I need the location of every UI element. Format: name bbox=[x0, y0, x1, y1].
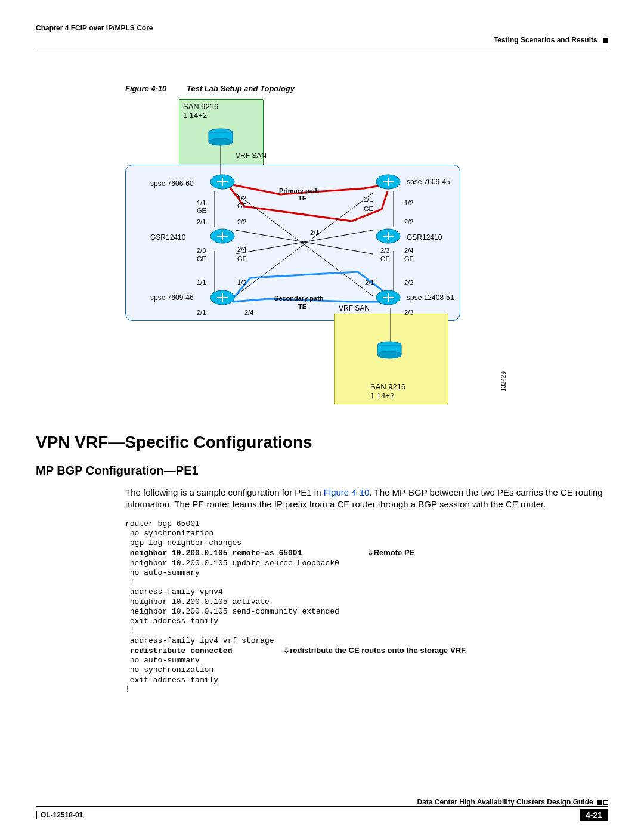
node-label: spse 7606-60 bbox=[150, 179, 194, 188]
port-label: 2/2 bbox=[404, 218, 413, 225]
san-disk-icon bbox=[376, 340, 403, 360]
figure-title: Test Lab Setup and Topology bbox=[187, 84, 295, 93]
router-icon bbox=[209, 173, 236, 191]
footer-marker-icon bbox=[597, 800, 602, 805]
router-icon bbox=[209, 227, 236, 245]
port-label: 1/1 bbox=[197, 279, 206, 286]
port-label: 2/4 bbox=[404, 247, 413, 254]
router-icon bbox=[374, 173, 402, 191]
san-top-label: SAN 9216 1 14+2 bbox=[183, 102, 218, 120]
te-label: TE bbox=[298, 303, 306, 310]
secondary-path-label: Secondary path bbox=[274, 295, 324, 302]
node-label: spse 12408-51 bbox=[407, 293, 454, 302]
port-label: 2/4 bbox=[244, 309, 253, 316]
ge-label: GE bbox=[380, 255, 390, 262]
router-icon bbox=[374, 289, 402, 306]
figure-link[interactable]: Figure 4-10 bbox=[324, 487, 370, 497]
port-label: 2/2 bbox=[237, 218, 246, 225]
ge-label: GE bbox=[237, 202, 247, 209]
page-footer: Data Center High Availability Clusters D… bbox=[36, 798, 608, 821]
port-label: 2/4 bbox=[237, 246, 246, 253]
ge-label: GE bbox=[197, 255, 206, 262]
san-disk-icon bbox=[207, 128, 234, 147]
node-label: GSR12410 bbox=[150, 233, 185, 241]
port-label: 1/1 bbox=[364, 196, 373, 203]
te-label: TE bbox=[298, 194, 306, 202]
ge-label: GE bbox=[364, 205, 373, 212]
san-bottom-label: SAN 9216 1 14+2 bbox=[370, 382, 405, 400]
port-label: 2/1 bbox=[197, 309, 206, 316]
doc-id: OL-12518-01 bbox=[36, 811, 83, 819]
image-id-label: 132429 bbox=[500, 371, 507, 391]
node-label: spse 7609-46 bbox=[150, 293, 194, 302]
chapter-title: Chapter 4 FCIP over IP/MPLS Core bbox=[36, 24, 153, 32]
figure-caption: Figure 4-10 Test Lab Setup and Topology bbox=[125, 84, 608, 93]
port-label: 1/2 bbox=[237, 194, 246, 202]
port-label: 2/1 bbox=[197, 218, 206, 225]
vrf-san-top-label: VRF SAN bbox=[236, 151, 267, 160]
port-label: 1/2 bbox=[404, 199, 413, 206]
router-icon bbox=[209, 289, 236, 306]
port-label: 2/2 bbox=[404, 279, 413, 286]
subsection-heading: MP BGP Configuration—PE1 bbox=[36, 464, 608, 478]
port-label: 2/1 bbox=[365, 279, 374, 286]
config-block: router bgp 65001 no synchronization bgp … bbox=[125, 519, 608, 695]
port-label: 2/3 bbox=[197, 247, 206, 254]
port-label: 1/1 bbox=[197, 199, 206, 206]
port-label: 2/3 bbox=[380, 247, 389, 254]
guide-title: Data Center High Availability Clusters D… bbox=[417, 798, 593, 806]
ge-label: GE bbox=[404, 255, 414, 262]
header-rule bbox=[36, 48, 608, 48]
port-label: 1/2 bbox=[237, 279, 246, 286]
section-heading: VPN VRF—Specific Configurations bbox=[36, 433, 608, 452]
ge-label: GE bbox=[237, 255, 247, 262]
header-marker-icon bbox=[603, 38, 608, 43]
footer-marker-icon bbox=[603, 800, 608, 805]
section-title: Testing Scenarios and Results bbox=[494, 36, 597, 44]
port-label: 2/3 bbox=[404, 309, 413, 316]
svg-point-12 bbox=[209, 138, 233, 145]
vrf-san-bottom-label: VRF SAN bbox=[339, 304, 370, 312]
page-number: 4-21 bbox=[580, 809, 608, 821]
paragraph-pre: The following is a sample configuration … bbox=[125, 487, 324, 497]
router-icon bbox=[374, 227, 402, 245]
primary-path-label: Primary path bbox=[279, 187, 319, 194]
paragraph: The following is a sample configuration … bbox=[125, 487, 608, 511]
node-label: spse 7609-45 bbox=[407, 178, 450, 186]
ge-label: GE bbox=[197, 207, 206, 214]
node-label: GSR12410 bbox=[407, 233, 442, 241]
port-label: 2/1 bbox=[310, 229, 319, 236]
topology-diagram: SAN 9216 1 14+2 SAN 9216 1 14+2 bbox=[125, 99, 495, 409]
figure-label: Figure 4-10 bbox=[125, 84, 166, 93]
svg-point-21 bbox=[377, 351, 401, 358]
